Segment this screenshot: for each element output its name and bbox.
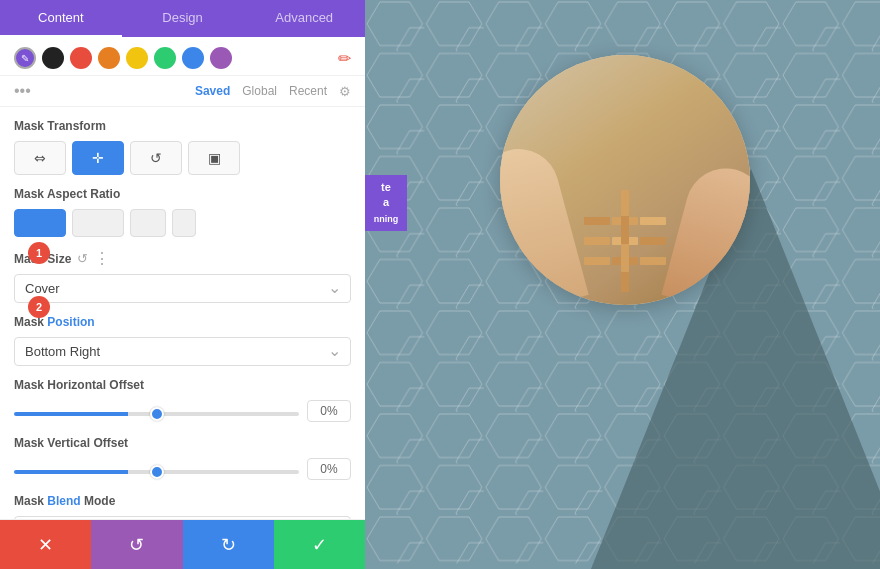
mask-blend-mode-label: Mask Blend Mode (14, 494, 351, 508)
mask-vertical-offset-slider-wrap (14, 460, 299, 478)
color-green-swatch[interactable] (154, 47, 176, 69)
saved-tab-saved[interactable]: Saved (195, 84, 230, 98)
color-edit-swatch[interactable]: ✎ (14, 47, 36, 69)
dots-icon[interactable]: ••• (14, 82, 31, 100)
gear-icon[interactable]: ⚙ (339, 84, 351, 99)
cancel-button[interactable]: ✕ (0, 520, 91, 569)
jenga-stack (584, 217, 666, 265)
color-blue-swatch[interactable] (182, 47, 204, 69)
mask-aspect-ratio-label: Mask Aspect Ratio (14, 187, 351, 201)
transform-flip-btn[interactable]: ⇔ (14, 141, 66, 175)
tab-advanced[interactable]: Advanced (243, 0, 365, 37)
aspect-btn-4[interactable] (172, 209, 196, 237)
tab-content[interactable]: Content (0, 0, 122, 37)
transform-scale-btn[interactable]: ▣ (188, 141, 240, 175)
saved-tabs: Saved Global Recent ⚙ (195, 84, 351, 99)
mask-horizontal-offset-row: 0% (14, 400, 351, 422)
saved-row: ••• Saved Global Recent ⚙ (0, 76, 365, 107)
mask-horizontal-offset-value: 0% (307, 400, 351, 422)
bottom-bar: ✕ ↺ ↻ ✓ (0, 519, 365, 569)
mask-position-select-wrap: Top Left Top Center Top Right Center Lef… (14, 337, 351, 366)
left-panel: Content Design Advanced ✎ ✏ ••• Saved Gl… (0, 0, 365, 569)
mask-vertical-offset-row: 0% (14, 458, 351, 480)
redo-button[interactable]: ↻ (183, 520, 274, 569)
mask-transform-buttons: ⇔ ✛ ↺ ▣ (14, 141, 351, 175)
mask-transform-label: Mask Transform (14, 119, 351, 133)
color-orange-swatch[interactable] (98, 47, 120, 69)
tab-bar: Content Design Advanced (0, 0, 365, 37)
badge-2: 2 (28, 296, 50, 318)
aspect-ratio-buttons (14, 209, 351, 237)
mask-position-label: Mask Position (14, 315, 351, 329)
transform-rotate-btn[interactable]: ↺ (130, 141, 182, 175)
mask-blend-mode-select[interactable]: Normal Multiply Screen Overlay Darken Li… (14, 516, 351, 519)
mask-size-reset-icon[interactable]: ↺ (77, 251, 88, 266)
aspect-btn-3[interactable] (130, 209, 166, 237)
panel-content: Mask Transform ⇔ ✛ ↺ ▣ Mask Aspect Ratio… (0, 107, 365, 519)
badge-1: 1 (28, 242, 50, 264)
color-black-swatch[interactable] (42, 47, 64, 69)
transform-center-btn[interactable]: ✛ (72, 141, 124, 175)
pencil-icon[interactable]: ✏ (338, 49, 351, 68)
mask-size-select-wrap: Cover Contain Custom (14, 274, 351, 303)
mask-horizontal-offset-label: Mask Horizontal Offset (14, 378, 351, 392)
color-yellow-swatch[interactable] (126, 47, 148, 69)
mask-vertical-offset-label: Mask Vertical Offset (14, 436, 351, 450)
left-text-overlay: teanning (365, 175, 407, 231)
saved-tab-recent[interactable]: Recent (289, 84, 327, 98)
aspect-btn-2[interactable] (72, 209, 124, 237)
mask-vertical-offset-slider[interactable] (14, 470, 299, 474)
mask-blend-mode-select-wrap: Normal Multiply Screen Overlay Darken Li… (14, 516, 351, 519)
circle-image-mask (500, 55, 750, 305)
color-row: ✎ ✏ (0, 37, 365, 76)
mask-horizontal-offset-slider[interactable] (14, 412, 299, 416)
canvas-area: teanning (365, 0, 880, 569)
color-purple-swatch[interactable] (210, 47, 232, 69)
aspect-btn-1[interactable] (14, 209, 66, 237)
mask-position-select[interactable]: Top Left Top Center Top Right Center Lef… (14, 337, 351, 366)
mask-size-select[interactable]: Cover Contain Custom (14, 274, 351, 303)
mask-horizontal-offset-slider-wrap (14, 402, 299, 420)
tab-design[interactable]: Design (122, 0, 244, 37)
mask-vertical-offset-value: 0% (307, 458, 351, 480)
mask-size-more-icon[interactable]: ⋮ (94, 249, 110, 268)
undo-button[interactable]: ↺ (91, 520, 182, 569)
saved-tab-global[interactable]: Global (242, 84, 277, 98)
color-red-swatch[interactable] (70, 47, 92, 69)
save-button[interactable]: ✓ (274, 520, 365, 569)
mask-size-header: Mask Size ↺ ⋮ (14, 249, 351, 268)
